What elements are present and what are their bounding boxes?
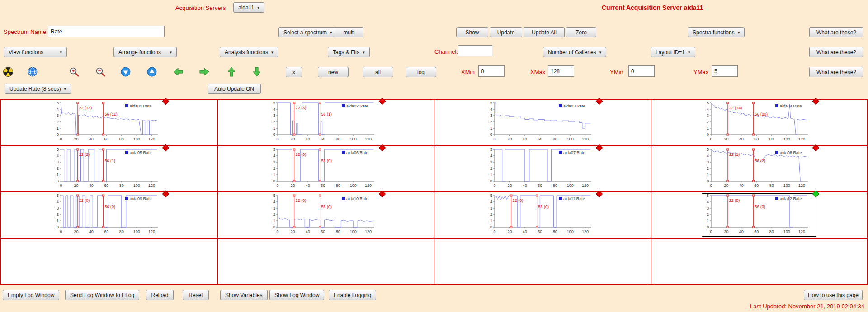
select-spectrum-dropdown[interactable]: Select a spectrum ▾ — [278, 27, 337, 37]
spectra-functions-dropdown[interactable]: Spectra functions ▾ — [688, 27, 745, 37]
svg-text:1: 1 — [273, 172, 275, 177]
view-functions-dropdown[interactable]: View functions ▾ — [4, 47, 67, 57]
gallery-cell-aida02[interactable]: 01234502040608010012022 (3)56 (1)aida02 … — [218, 100, 435, 146]
analysis-functions-dropdown[interactable]: Analysis functions ▾ — [220, 47, 278, 57]
chart-aida09: 01234502040608010012022 (0)56 (0)aida09 … — [52, 194, 166, 236]
server-select[interactable]: aida11 ▾ — [233, 2, 264, 13]
gallery-cell-aida10[interactable]: 01234502040608010012022 (0)56 (0)aida10 … — [218, 192, 435, 239]
show-button[interactable]: Show — [456, 27, 488, 37]
layout-id-dropdown[interactable]: Layout ID=1 ▾ — [651, 47, 695, 57]
ymin-input[interactable] — [628, 65, 655, 77]
what-are-these-button-1[interactable]: What are these? — [809, 27, 863, 37]
svg-text:5: 5 — [273, 194, 275, 198]
svg-text:0: 0 — [493, 229, 495, 234]
green-arrow-left-icon[interactable] — [173, 66, 184, 77]
green-arrow-right-icon[interactable] — [199, 66, 210, 77]
svg-text:1: 1 — [273, 219, 275, 223]
ymax-input[interactable] — [712, 65, 738, 77]
send-log-window-to-elog-button[interactable]: Send Log Window to ELog — [65, 290, 139, 300]
svg-text:60: 60 — [104, 229, 108, 234]
svg-text:40: 40 — [89, 137, 94, 141]
svg-text:60: 60 — [321, 183, 326, 188]
green-arrow-up-icon[interactable] — [226, 66, 237, 77]
svg-text:5: 5 — [490, 148, 492, 152]
gallery-cell-aida11[interactable]: 01234502040608010012022 (0)56 (0)aida11 … — [434, 192, 651, 239]
gallery-cell-aida01[interactable]: 01234502040608010012022 (13)56 (11)aida0… — [1, 100, 218, 146]
svg-text:40: 40 — [89, 229, 94, 234]
tags-fits-dropdown[interactable]: Tags & Fits ▾ — [328, 47, 370, 57]
update-rate-dropdown[interactable]: Update Rate (8 secs) ▾ — [5, 84, 71, 94]
zoom-in-icon[interactable] — [69, 66, 80, 77]
channel-input[interactable] — [458, 45, 492, 56]
chart-svg-aida11: 01234502040608010012022 (0)56 (0)aida11 … — [486, 194, 599, 236]
green-arrow-down-icon[interactable] — [251, 66, 262, 77]
zero-button[interactable]: Zero — [566, 27, 596, 37]
x-button[interactable]: x — [286, 67, 302, 77]
blue-sphere-up-icon[interactable] — [146, 66, 157, 77]
radiation-icon[interactable] — [3, 66, 14, 77]
number-of-galleries-dropdown[interactable]: Number of Galleries ▾ — [543, 47, 606, 57]
svg-text:1: 1 — [490, 172, 492, 177]
zoom-out-icon[interactable] — [95, 66, 106, 77]
gallery-cell-aida12[interactable]: 01234502040608010012022 (0)56 (0)aida12 … — [651, 192, 868, 239]
svg-text:1: 1 — [490, 219, 492, 223]
svg-text:56 (0): 56 (0) — [321, 158, 332, 163]
svg-text:2: 2 — [57, 120, 59, 124]
log-button[interactable]: log — [406, 67, 436, 77]
what-are-these-button-2[interactable]: What are these? — [809, 47, 863, 57]
xmin-input[interactable] — [478, 65, 505, 77]
acquisition-servers-label: Acquisition Servers — [175, 5, 226, 11]
all-button[interactable]: all — [363, 67, 393, 77]
arrange-functions-dropdown[interactable]: Arrange functions ▾ — [113, 47, 177, 57]
spectrum-name-input[interactable] — [48, 26, 165, 37]
svg-text:aida07 Rate: aida07 Rate — [563, 150, 585, 155]
gallery-cell-empty — [651, 239, 868, 285]
gallery-cell-aida06[interactable]: 01234502040608010012022 (0)56 (0)aida06 … — [218, 146, 435, 193]
svg-text:22 (14): 22 (14) — [729, 106, 742, 110]
update-all-button[interactable]: Update All — [524, 27, 565, 37]
svg-text:2: 2 — [490, 120, 492, 124]
gallery-cell-aida04[interactable]: 01234502040608010012022 (14)56 (20)aida0… — [651, 100, 868, 146]
svg-text:20: 20 — [507, 229, 512, 234]
svg-text:120: 120 — [798, 229, 805, 234]
gallery-cell-aida05[interactable]: 01234502040608010012022 (2)56 (1)aida05 … — [1, 146, 218, 193]
svg-text:0: 0 — [60, 137, 62, 141]
show-variables-button[interactable]: Show Variables — [220, 290, 268, 300]
gallery-cell-aida03[interactable]: 012345020406080100120aida03 Rate — [434, 100, 651, 146]
svg-text:60: 60 — [538, 183, 542, 188]
gallery-cell-empty — [1, 239, 218, 285]
enable-logging-button[interactable]: Enable Logging — [329, 290, 376, 300]
svg-text:3: 3 — [57, 206, 59, 210]
svg-text:120: 120 — [582, 137, 589, 141]
update-button[interactable]: Update — [490, 27, 522, 37]
svg-text:aida05 Rate: aida05 Rate — [130, 150, 152, 155]
show-log-window-button[interactable]: Show Log Window — [269, 290, 324, 300]
svg-text:20: 20 — [74, 229, 78, 234]
svg-text:56 (1): 56 (1) — [321, 112, 332, 116]
reload-button[interactable]: Reload — [146, 290, 174, 300]
last-updated-label: Last Updated: November 21, 2019 02:04:34 — [750, 303, 864, 310]
chart-svg-aida07: 012345020406080100120aida07 Rate — [486, 148, 599, 190]
svg-text:0: 0 — [490, 179, 492, 183]
svg-text:40: 40 — [739, 229, 744, 234]
xmax-input[interactable] — [548, 65, 574, 77]
svg-text:80: 80 — [336, 229, 340, 234]
chevron-down-icon: ▾ — [257, 5, 259, 10]
gallery-cell-aida07[interactable]: 012345020406080100120aida07 Rate — [434, 146, 651, 193]
multi-button[interactable]: multi — [335, 27, 363, 37]
chevron-down-icon: ▾ — [738, 30, 740, 35]
reset-button[interactable]: Reset — [183, 290, 209, 300]
auto-update-button[interactable]: Auto Update ON — [208, 84, 261, 94]
chevron-down-icon: ▾ — [363, 50, 365, 55]
svg-text:60: 60 — [538, 229, 542, 234]
how-to-use-button[interactable]: How to use this page — [804, 290, 863, 300]
blue-sphere-down-icon[interactable] — [120, 66, 131, 77]
gallery-cell-aida09[interactable]: 01234502040608010012022 (0)56 (0)aida09 … — [1, 192, 218, 239]
what-are-these-button-3[interactable]: What are these? — [809, 67, 863, 77]
new-button[interactable]: new — [318, 67, 349, 77]
globe-icon[interactable] — [27, 66, 38, 77]
svg-text:40: 40 — [739, 183, 744, 188]
svg-text:4: 4 — [490, 154, 492, 158]
empty-log-window-button[interactable]: Empty Log Window — [3, 290, 59, 300]
gallery-cell-aida08[interactable]: 01234502040608010012022 (1)56 (2)aida08 … — [651, 146, 868, 193]
